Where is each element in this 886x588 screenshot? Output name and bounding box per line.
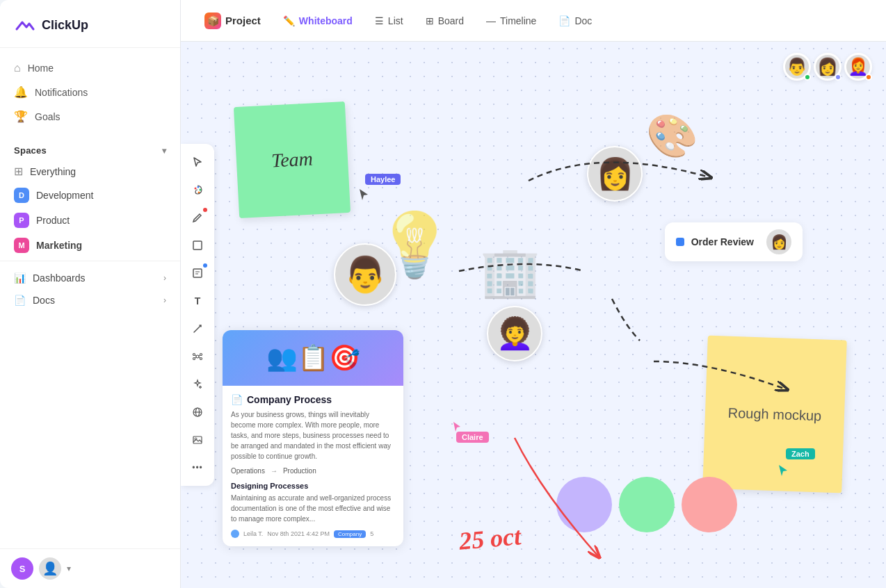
claire-cursor-area: Claire [452,420,462,436]
doc-title-text: Company Process [247,394,332,405]
doc-header-image: 👥📋🎯 [223,330,403,386]
docs-left: 📄 Docs [14,295,55,306]
note-tool[interactable] [185,261,210,286]
order-dot-icon [676,238,684,246]
collaborator-1: 👨 [783,53,811,81]
logo-text: ClickUp [42,18,88,33]
text-tool-label: T [195,295,201,307]
trophy-icon: 🏆 [14,110,28,123]
svg-line-14 [199,357,200,358]
sidebar-footer: S 👤 ▾ [0,548,180,588]
svg-line-11 [195,355,196,356]
cursor-label-zach: Zach [786,448,815,459]
circle-pink [682,477,737,532]
bell-icon: 🔔 [14,85,28,99]
network-tool[interactable] [185,344,210,369]
sidebar-item-marketing[interactable]: M Marketing [6,233,175,258]
tab-project[interactable]: 📦 Project [195,8,271,33]
palette-doodle: 🎨 [646,111,698,161]
sidebar: ClickUp ⌂ Home 🔔 Notifications 🏆 Goals S… [0,0,181,588]
doc-flow: Operations → Production [231,467,395,475]
sidebar-item-product[interactable]: P Product [6,208,175,233]
company-process-doc[interactable]: 👥📋🎯 📄 Company Process As your business g… [223,330,403,546]
sidebar-item-home-label: Home [28,63,54,74]
tab-timeline[interactable]: — Timeline [476,11,546,31]
main-area: 📦 Project ✏️ Whiteboard ☰ List ⊞ Board —… [181,0,886,588]
dashboards-chevron-icon: › [163,273,166,283]
doc-badge-num: 5 [370,530,373,537]
whiteboard-icon: ✏️ [283,15,295,26]
sidebar-item-dashboards[interactable]: 📊 Dashboards › [6,267,175,289]
doc-icon: 📄 [558,15,570,26]
order-review-card[interactable]: Order Review 👩 [665,222,803,261]
note-tool-dot [203,263,207,268]
circle-purple [556,477,612,532]
cursor-icon-haylee [358,188,369,202]
canvas-avatar-woman-lower: 👩‍🦱 [487,306,542,361]
tab-timeline-label: Timeline [500,15,536,26]
doc-date: Nov 8th 2021 4:42 PM [267,530,330,537]
doc-flow-to: Production [283,467,316,475]
top-nav: 📦 Project ✏️ Whiteboard ☰ List ⊞ Board —… [181,0,886,42]
magic-tool[interactable] [185,372,210,397]
pen-tool-dot [203,208,207,212]
chevron-down-icon[interactable]: ▾ [162,146,166,156]
sidebar-item-docs[interactable]: 📄 Docs › [6,289,175,311]
collaborators-area: 👨 👩 👩‍🦰 [783,53,872,81]
cursor-icon-zach [778,464,789,477]
order-review-avatar: 👩 [766,229,791,254]
tools-panel: T ••• [181,144,214,486]
svg-point-2 [200,189,202,191]
connector-tool[interactable] [185,316,210,341]
main-nav: ⌂ Home 🔔 Notifications 🏆 Goals [0,48,180,137]
collaborator-1-status [804,74,811,81]
svg-point-6 [196,355,199,358]
product-dot: P [14,213,29,228]
sticky-note-team[interactable]: Team [234,101,351,218]
tab-list[interactable]: ☰ List [365,11,413,31]
more-tools[interactable]: ••• [185,455,210,480]
image-tool[interactable] [185,427,210,452]
sidebar-item-home[interactable]: ⌂ Home [6,56,175,80]
spaces-list: ⊞ Everything D Development P Product M M… [0,160,180,258]
sticky-note-mockup[interactable]: Rough mockup [702,336,847,493]
doc-badge: Company [334,530,366,538]
list-icon: ☰ [375,15,384,26]
sidebar-item-development[interactable]: D Development [6,183,175,208]
svg-line-12 [199,355,200,356]
sidebar-item-docs-label: Docs [33,295,55,306]
sidebar-item-development-label: Development [36,190,94,201]
development-dot: D [14,188,29,203]
dashboards-icon: 📊 [14,272,26,284]
palette-tool[interactable] [185,177,210,202]
doc-author-dot [231,530,239,538]
whiteboard-canvas[interactable]: T ••• Team [181,42,886,588]
svg-rect-5 [193,269,202,277]
tab-doc[interactable]: 📄 Doc [549,11,602,31]
text-tool[interactable]: T [185,288,210,313]
tab-board[interactable]: ⊞ Board [416,11,474,31]
docs-icon: 📄 [14,295,26,306]
timeline-icon: — [486,15,496,26]
sidebar-item-notifications[interactable]: 🔔 Notifications [6,80,175,104]
home-icon: ⌂ [14,62,21,74]
pen-tool[interactable] [185,205,210,230]
sidebar-item-goals[interactable]: 🏆 Goals [6,104,175,129]
tab-whiteboard[interactable]: ✏️ Whiteboard [273,11,362,31]
svg-line-13 [195,357,196,358]
avatar-dropdown-icon[interactable]: ▾ [67,564,71,573]
svg-point-0 [195,188,197,190]
collaborator-2-status [835,74,841,81]
tab-list-label: List [388,15,403,26]
shape-tool[interactable] [185,233,210,258]
building-sketch: 🏢 [480,243,540,300]
sidebar-item-everything[interactable]: ⊞ Everything [6,160,175,183]
cursor-label-claire: Claire [456,432,489,443]
select-tool[interactable] [185,149,210,174]
spaces-label: Spaces [14,145,47,156]
tab-project-label: Project [225,15,261,26]
globe-tool[interactable] [185,400,210,425]
user-initial-avatar: S [11,557,33,580]
doc-subtitle: Designing Processes [231,482,395,490]
cursor-label-haylee: Haylee [365,174,401,185]
